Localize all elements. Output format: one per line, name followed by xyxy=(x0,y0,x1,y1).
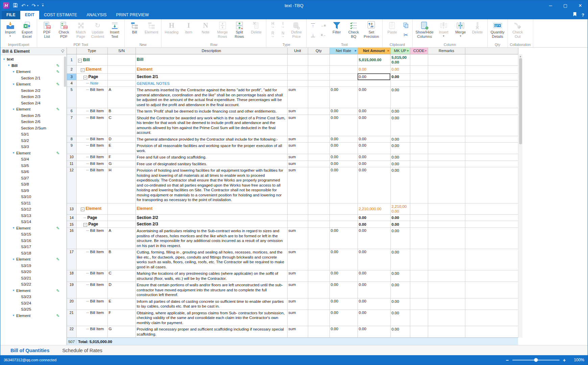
cell-mkup[interactable]: 0.00 xyxy=(390,65,410,73)
cell-description[interactable]: The term 'Profit' shall be deemed to inc… xyxy=(136,108,287,115)
row-number[interactable]: 21 xyxy=(67,310,76,326)
tree-item-s3-21[interactable]: S3/21 xyxy=(0,275,67,282)
cell-unit[interactable] xyxy=(287,80,308,87)
cell-net-amount[interactable]: 0.00 xyxy=(358,228,390,249)
edit-pencil-icon[interactable]: ✎ xyxy=(56,82,60,86)
tab-cost-estimate[interactable]: COST ESTIMATE xyxy=(39,11,82,19)
row-number[interactable]: 2 xyxy=(67,65,76,73)
cell-type[interactable]: −Page xyxy=(76,73,107,80)
tree-item-s3-6[interactable]: S3/6 xyxy=(0,169,67,175)
tab-bill-of-quantities[interactable]: Bill of Quantities xyxy=(10,348,49,353)
cell-description[interactable]: Section 2/2 xyxy=(136,214,287,221)
tree-item-text[interactable]: ▼text xyxy=(0,56,67,63)
cell-unit[interactable]: sum xyxy=(287,310,308,326)
delete-button[interactable]: Delete xyxy=(469,20,486,34)
cell-type[interactable]: Bill Item xyxy=(76,115,107,136)
import-button[interactable]: Import▼ xyxy=(2,20,19,37)
tree-item-element[interactable]: ▼Element✎ xyxy=(0,313,67,319)
delete-button[interactable]: Delete xyxy=(248,20,265,34)
row-number[interactable]: 20 xyxy=(67,298,76,310)
cell-net-amount[interactable]: 0.00 xyxy=(358,326,390,338)
cell-code[interactable] xyxy=(410,203,428,214)
cell-unit[interactable]: sum xyxy=(287,115,308,136)
column-header-code[interactable]: CODE▶ xyxy=(410,48,428,54)
cell-net-rate[interactable] xyxy=(329,54,358,65)
row-number[interactable]: 12 xyxy=(67,167,76,203)
header-filter-arrow-icon[interactable]: ▶ xyxy=(388,49,389,52)
cell-description[interactable]: Bill xyxy=(136,54,287,65)
cell-mkup[interactable]: 0.00 xyxy=(390,310,410,326)
column-header-net-amount[interactable]: Net Amount▶ xyxy=(358,48,390,54)
merge-rows-button[interactable]: Merge Rows xyxy=(214,20,231,39)
cell-net-amount[interactable]: 0.00 xyxy=(358,298,390,310)
cell-serial[interactable]: D xyxy=(107,136,136,143)
cell-unit[interactable]: sum xyxy=(287,298,308,310)
cell-type[interactable]: Page xyxy=(76,214,107,221)
tree-item-section-2-1[interactable]: Section 2/1 xyxy=(0,75,67,81)
cell-net-rate[interactable]: 0.00 xyxy=(329,161,358,167)
header-filter-arrow-icon[interactable]: ▶ xyxy=(355,49,357,52)
cell-description[interactable]: Section 2/1 xyxy=(136,73,287,80)
quantity-details-button[interactable]: QTYQuantity Details xyxy=(489,20,506,39)
cell-type[interactable]: −Page xyxy=(76,221,107,228)
tree-collapse-icon[interactable]: ▼ xyxy=(12,151,15,154)
cell-unit[interactable]: sum xyxy=(287,87,308,108)
cell-remarks[interactable] xyxy=(428,249,465,270)
cell-mkup[interactable]: 0.00 xyxy=(390,154,410,161)
paste-button[interactable]: Paste xyxy=(384,20,401,34)
heading-button[interactable]: HHeading xyxy=(163,20,180,34)
tree-collapse-icon[interactable]: ▼ xyxy=(12,226,15,229)
tree-item-s3-23[interactable]: S3/23 xyxy=(0,294,67,300)
cell-mkup[interactable]: 0.00 xyxy=(390,249,410,270)
cell-code[interactable] xyxy=(410,167,428,203)
note-button[interactable]: NNote xyxy=(197,20,214,34)
row-number[interactable]: 5 xyxy=(67,87,76,108)
row-number[interactable]: 10 xyxy=(67,154,76,161)
cell-net-rate[interactable]: 0.00 xyxy=(329,143,358,154)
cell-description[interactable]: Free use of designated sanitary faciliti… xyxy=(136,161,287,167)
cell-type[interactable]: Bill Item xyxy=(76,154,107,161)
zoom-slider-handle[interactable] xyxy=(534,358,538,362)
cell-code[interactable] xyxy=(410,249,428,270)
cell-serial[interactable]: F xyxy=(107,310,136,326)
column-header-mk-up[interactable]: MK UP▶ xyxy=(390,48,410,54)
cell-serial[interactable]: E xyxy=(107,143,136,154)
cell-serial[interactable] xyxy=(107,65,136,73)
tree-item-s3-15[interactable]: S3/15 xyxy=(0,231,67,238)
cell-net-amount[interactable]: 0.00 xyxy=(358,214,390,221)
cell-code[interactable] xyxy=(410,228,428,249)
tree-item-s3-12[interactable]: S3/12 xyxy=(0,206,67,213)
cell-unit[interactable]: sum xyxy=(287,326,308,338)
cell-serial[interactable] xyxy=(107,54,136,65)
cell-code[interactable] xyxy=(410,161,428,167)
tree-item-s3-14[interactable]: S3/14 xyxy=(0,219,67,225)
convert-to-note-button[interactable]: N↪ xyxy=(279,31,287,39)
cell-unit[interactable]: sum xyxy=(287,228,308,249)
cell-net-amount[interactable]: 0.00 xyxy=(358,161,390,167)
tree-item-section-2-3[interactable]: Section 2/3 xyxy=(0,94,67,100)
cell-net-rate[interactable]: 0.00 xyxy=(329,249,358,270)
cell-serial[interactable]: B xyxy=(107,249,136,270)
scrollbar-up-icon[interactable]: ▲ xyxy=(519,54,522,58)
row-number[interactable]: 19 xyxy=(67,282,76,298)
cell-remarks[interactable] xyxy=(428,54,465,65)
move-down-button[interactable]: ↓ xyxy=(309,31,317,39)
cell-serial[interactable]: C xyxy=(107,270,136,282)
tree-item-s3-10[interactable]: S3/10 xyxy=(0,194,67,200)
convert-to-item-button[interactable]: I↪ xyxy=(279,21,287,29)
cell-net-rate[interactable]: 0.00 xyxy=(329,326,358,338)
tree-item-s3-20[interactable]: S3/20 xyxy=(0,269,67,275)
cell-code[interactable] xyxy=(410,115,428,136)
cell-serial[interactable]: G xyxy=(107,326,136,338)
cell-code[interactable] xyxy=(410,80,428,87)
cell-qty[interactable] xyxy=(308,249,329,270)
cell-code[interactable] xyxy=(410,143,428,154)
cell-code[interactable] xyxy=(410,221,428,228)
cell-qty[interactable] xyxy=(308,108,329,115)
cell-remarks[interactable] xyxy=(428,167,465,203)
merge-button[interactable]: Merge▼ xyxy=(452,20,469,37)
tree-item-section-2-6[interactable]: Section 2/6 xyxy=(0,119,67,125)
tree-item-element[interactable]: ▼Element✎ xyxy=(0,225,67,232)
tree-item-element[interactable]: ▼Element✎ xyxy=(0,256,67,263)
cell-net-amount[interactable]: 0.00 xyxy=(358,221,390,228)
